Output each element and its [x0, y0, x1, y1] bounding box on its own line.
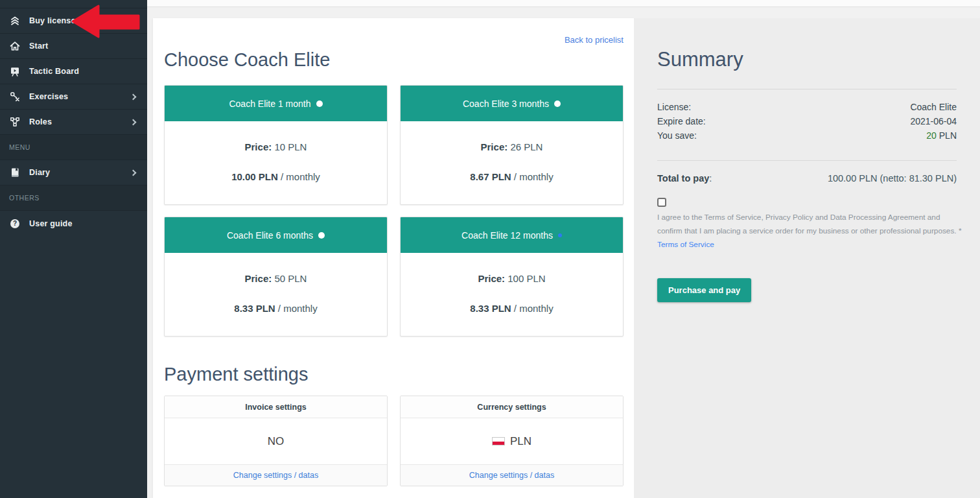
plan-radio-selected[interactable] — [558, 233, 562, 237]
sidebar-item-diary[interactable]: Diary — [0, 160, 147, 185]
invoice-settings-footer: Change settings / datas — [165, 464, 387, 486]
plan-title: Coach Elite 3 months — [463, 99, 549, 109]
summary-value: Coach Elite — [910, 100, 957, 114]
terms-of-service-link[interactable]: Terms of Service — [657, 240, 714, 249]
board-icon — [9, 65, 21, 77]
price-value: 10 PLN — [274, 141, 307, 152]
top-strip — [147, 0, 980, 7]
help-icon: ? — [9, 218, 21, 230]
sidebar-item-roles[interactable]: Roles — [0, 110, 147, 135]
plan-radio[interactable] — [318, 232, 325, 239]
summary-row-license: License: Coach Elite — [657, 100, 957, 114]
total-label: Total to pay — [657, 173, 709, 184]
sidebar-item-tactic-board[interactable]: Tactic Board — [0, 59, 147, 84]
sidebar-section-others: OTHERS — [0, 185, 147, 211]
red-arrow-pointer-icon — [71, 5, 143, 42]
summary-row-you-save: You save: 20 PLN — [657, 128, 957, 143]
plan-header[interactable]: Coach Elite 6 months — [165, 217, 387, 253]
sidebar-section-label: OTHERS — [9, 194, 40, 202]
plan-card-1-month[interactable]: Coach Elite 1 month Price: 10 PLN 10.00 … — [164, 85, 388, 205]
network-icon — [9, 116, 21, 128]
double-chevron-up-icon — [9, 15, 21, 27]
currency-settings-title: Currency settings — [401, 396, 623, 418]
divider — [657, 89, 957, 89]
summary-value: 2021-06-04 — [910, 114, 957, 128]
price-label: Price: — [245, 273, 272, 284]
monthly-rate: 8.33 PLN — [234, 303, 275, 314]
monthly-rate: 8.33 PLN — [470, 303, 511, 314]
chevron-right-icon — [130, 93, 137, 100]
plan-body: Price: 26 PLN 8.67 PLN / monthly — [401, 121, 623, 205]
summary-label: License: — [657, 100, 691, 114]
terms-checkbox[interactable] — [657, 198, 666, 207]
sidebar-item-label: Tactic Board — [29, 67, 79, 76]
chevron-right-icon — [130, 119, 137, 125]
price-value: 50 PLN — [274, 273, 307, 284]
summary-value: 20 PLN — [926, 128, 957, 143]
sidebar-item-label: Diary — [29, 168, 50, 177]
sidebar: Buy license Start Tactic Board Exercises — [0, 0, 147, 498]
plan-radio[interactable] — [316, 101, 323, 107]
price-value: 26 PLN — [510, 141, 542, 152]
sidebar-section-menu: MENU — [0, 135, 147, 160]
summary-row-expire-date: Expire date: 2021-06-04 — [657, 114, 957, 128]
sidebar-item-label: Start — [29, 42, 48, 51]
agreement-text: I agree to the Terms of Service, Privacy… — [657, 211, 962, 252]
summary-rows: License: Coach Elite Expire date: 2021-0… — [657, 100, 957, 143]
plan-card-12-months[interactable]: Coach Elite 12 months Price: 100 PLN 8.3… — [400, 217, 624, 337]
price-label: Price: — [245, 141, 272, 152]
sidebar-item-exercises[interactable]: Exercises — [0, 84, 147, 110]
price-label: Price: — [481, 141, 508, 152]
change-currency-settings-link[interactable]: Change settings / datas — [469, 471, 554, 480]
plan-title: Coach Elite 1 month — [229, 99, 310, 109]
total-value: 100.00 PLN (netto: 81.30 PLN) — [828, 173, 957, 184]
payment-settings-heading: Payment settings — [164, 364, 624, 385]
sidebar-item-user-guide[interactable]: ? User guide — [0, 211, 147, 236]
sidebar-item-label: User guide — [29, 219, 73, 228]
savings-unit: PLN — [937, 130, 957, 141]
summary-total-row: Total to pay: 100.00 PLN (netto: 81.30 P… — [657, 173, 957, 184]
monthly-suffix: / monthly — [514, 171, 554, 182]
sidebar-item-label: Exercises — [29, 92, 68, 101]
plan-card-3-months[interactable]: Coach Elite 3 months Price: 26 PLN 8.67 … — [400, 85, 624, 205]
back-to-pricelist-link[interactable]: Back to pricelist — [565, 35, 624, 45]
currency-settings-footer: Change settings / datas — [401, 464, 623, 486]
agreement-block: I agree to the Terms of Service, Privacy… — [657, 198, 957, 252]
invoice-value: NO — [268, 435, 285, 448]
monthly-suffix: / monthly — [278, 303, 318, 314]
diary-icon — [9, 167, 21, 178]
price-value: 100 PLN — [508, 273, 545, 284]
poland-flag-icon — [492, 437, 505, 445]
plan-title: Coach Elite 6 months — [227, 230, 313, 241]
currency-settings-card: Currency settings PLN Change settings / … — [400, 396, 624, 486]
buy-license-page: Buy license Start Tactic Board Exercises — [0, 0, 980, 498]
agreement-text-body: I agree to the Terms of Service, Privacy… — [657, 213, 961, 235]
divider — [657, 160, 957, 161]
plan-header[interactable]: Coach Elite 3 months — [401, 86, 623, 121]
plan-body: Price: 100 PLN 8.33 PLN / monthly — [401, 253, 623, 337]
monthly-suffix: / monthly — [281, 171, 320, 182]
monthly-rate: 10.00 PLN — [231, 171, 278, 182]
plan-title: Coach Elite 12 months — [461, 230, 553, 241]
plan-card-6-months[interactable]: Coach Elite 6 months Price: 50 PLN 8.33 … — [164, 217, 388, 337]
sidebar-item-label: Buy license — [29, 16, 76, 25]
monthly-rate: 8.67 PLN — [470, 171, 511, 182]
plan-header[interactable]: Coach Elite 1 month — [165, 86, 387, 121]
payment-settings-grid: Invoice settings NO Change settings / da… — [164, 396, 624, 486]
savings-amount: 20 — [926, 130, 937, 141]
chevron-right-icon — [130, 169, 137, 176]
invoice-settings-value: NO — [165, 418, 387, 464]
svg-text:?: ? — [13, 220, 17, 227]
invoice-settings-title: Invoice settings — [165, 396, 387, 418]
plan-body: Price: 50 PLN 8.33 PLN / monthly — [165, 253, 387, 337]
summary-heading: Summary — [657, 48, 957, 71]
summary-label: You save: — [657, 128, 697, 143]
home-icon — [9, 40, 21, 52]
monthly-suffix: / monthly — [514, 303, 554, 314]
plan-header[interactable]: Coach Elite 12 months — [401, 217, 623, 253]
currency-settings-value: PLN — [401, 418, 623, 464]
change-invoice-settings-link[interactable]: Change settings / datas — [233, 471, 318, 480]
plan-radio[interactable] — [554, 101, 561, 107]
purchase-and-pay-button[interactable]: Purchase and pay — [657, 278, 751, 302]
total-colon: : — [709, 173, 712, 184]
